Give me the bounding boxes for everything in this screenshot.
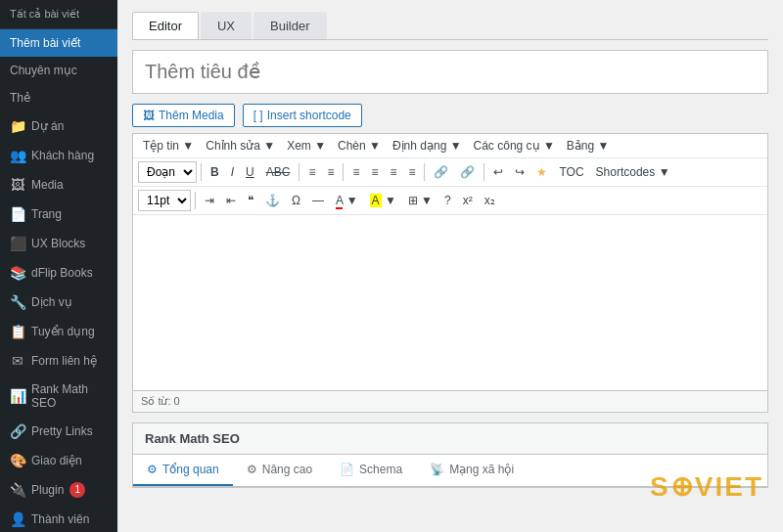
sidebar-label-rank-math-seo: Rank Math SEO xyxy=(31,382,108,410)
sep6 xyxy=(195,192,196,209)
menu-edit[interactable]: Chỉnh sửa ▼ xyxy=(201,137,280,155)
sidebar-item-rank-math-seo[interactable]: 📊Rank Math SEO xyxy=(0,376,117,417)
sidebar-item-trang[interactable]: 📄Trang xyxy=(0,200,117,229)
sidebar-item-dflip-books[interactable]: 📚dFlip Books xyxy=(0,258,117,288)
bg-color-button[interactable]: A ▼ xyxy=(365,192,401,209)
sidebar-label-khach-hang: Khách hàng xyxy=(31,149,94,162)
align-right-button[interactable]: ≡ xyxy=(385,163,401,181)
rankmath-tab-schema[interactable]: 📄Schema xyxy=(326,455,416,486)
align-justify-button[interactable]: ≡ xyxy=(403,163,420,181)
hr-button[interactable]: — xyxy=(307,192,329,209)
editor-area: EditorUXBuilder 🖼 Thêm Media [ ] Insert … xyxy=(117,0,783,532)
align-left-button[interactable]: ≡ xyxy=(347,163,364,181)
sidebar-icon-pretty-links: 🔗 xyxy=(10,423,25,439)
post-title-input[interactable] xyxy=(132,50,768,94)
italic-button[interactable]: I xyxy=(226,163,239,181)
sidebar-icon-thanh-vien: 👤 xyxy=(10,511,25,527)
rankmath-tab-mang-xa-hoi[interactable]: 📡Mạng xã hội xyxy=(416,455,528,486)
omega-button[interactable]: Ω xyxy=(287,192,305,209)
sidebar-icon-rank-math-seo: 📊 xyxy=(10,388,25,404)
rankmath-title: Rank Math SEO xyxy=(133,423,767,455)
table-insert-button[interactable]: ⊞ ▼ xyxy=(403,192,438,209)
rankmath-tab-label-schema: Schema xyxy=(359,463,402,476)
toc-button[interactable]: TOC xyxy=(554,163,588,181)
link-button[interactable]: 🔗 xyxy=(429,163,453,181)
add-media-button[interactable]: 🖼 Thêm Media xyxy=(132,104,235,127)
sidebar-item-media[interactable]: 🖼Media xyxy=(0,170,117,200)
sidebar-item-khach-hang[interactable]: 👥Khách hàng xyxy=(0,141,117,170)
menu-table[interactable]: Bảng ▼ xyxy=(562,137,615,155)
word-count: Số từ: 0 xyxy=(141,395,180,407)
shortcode-icon: [ ] xyxy=(253,109,263,122)
ordered-list-button[interactable]: ≡ xyxy=(322,163,339,181)
rankmath-tab-label-mang-xa-hoi: Mạng xã hội xyxy=(449,463,514,476)
indent-button[interactable]: ⇥ xyxy=(200,192,219,209)
sidebar-item-pretty-links[interactable]: 🔗Pretty Links xyxy=(0,417,117,446)
tab-ux[interactable]: UX xyxy=(201,12,252,39)
redo-button[interactable]: ↪ xyxy=(510,163,530,181)
badge-plugin: 1 xyxy=(69,482,85,498)
sidebar-item-tuyen-dung[interactable]: 📋Tuyển dụng xyxy=(0,317,117,346)
blockquote-button[interactable]: ❝ xyxy=(243,192,258,209)
menu-view[interactable]: Xem ▼ xyxy=(282,137,331,155)
menu-file[interactable]: Tệp tin ▼ xyxy=(138,137,199,155)
star-button[interactable]: ★ xyxy=(531,163,552,181)
sidebar-item-plugin[interactable]: 🔌Plugin1 xyxy=(0,475,117,505)
font-color-button[interactable]: A ▼ xyxy=(331,192,363,209)
bold-button[interactable]: B xyxy=(206,163,224,181)
tab-bar: EditorUXBuilder xyxy=(132,12,768,40)
superscript-button[interactable]: x² xyxy=(458,192,478,209)
outdent-button[interactable]: ⇤ xyxy=(221,192,241,209)
sidebar-item-giao-dien[interactable]: 🎨Giao diện xyxy=(0,446,117,475)
sidebar-label-media: Media xyxy=(31,178,64,192)
sidebar-label-giao-dien: Giao diện xyxy=(31,454,82,467)
sidebar-icon-media: 🖼 xyxy=(10,177,25,193)
font-size-select[interactable]: 11pt xyxy=(138,190,191,211)
menu-format[interactable]: Định dạng ▼ xyxy=(388,137,467,155)
sidebar-icon-plugin: 🔌 xyxy=(10,482,25,498)
tab-editor[interactable]: Editor xyxy=(132,12,199,39)
tab-builder[interactable]: Builder xyxy=(253,12,326,39)
sidebar-header-label: Tất cả bài viết xyxy=(10,8,79,20)
watermark: S⊕VIET xyxy=(650,470,763,503)
unordered-list-button[interactable]: ≡ xyxy=(303,163,320,181)
sidebar-item-thanh-vien[interactable]: 👤Thành viên xyxy=(0,505,117,532)
sep1 xyxy=(201,163,202,181)
menu-tools[interactable]: Các công cụ ▼ xyxy=(469,137,560,155)
sidebar: Tất cả bài viết Thêm bài viếtChuyên mụcT… xyxy=(0,0,117,532)
undo-button[interactable]: ↩ xyxy=(488,163,508,181)
anchor-button[interactable]: ⚓ xyxy=(260,192,285,209)
sidebar-item-ux-blocks[interactable]: ⬛UX Blocks xyxy=(0,229,117,258)
editor-content-area[interactable] xyxy=(132,215,768,391)
media-bar: 🖼 Thêm Media [ ] Insert shortcode xyxy=(132,104,768,127)
sidebar-label-dich-vu: Dịch vụ xyxy=(31,295,72,309)
sidebar-label-the: Thẻ xyxy=(10,91,30,105)
sidebar-item-du-an[interactable]: 📁Dự án xyxy=(0,111,117,141)
sidebar-item-form-lien-he[interactable]: ✉Form liên hệ xyxy=(0,346,117,376)
rankmath-tab-tong-quan[interactable]: ⚙Tổng quan xyxy=(133,455,233,486)
sidebar-item-dich-vu[interactable]: 🔧Dịch vụ xyxy=(0,288,117,317)
sidebar-icon-form-lien-he: ✉ xyxy=(10,353,25,369)
sidebar-icon-giao-dien: 🎨 xyxy=(10,453,25,468)
subscript-button[interactable]: x₂ xyxy=(480,192,500,209)
unlink-button[interactable]: 🔗 xyxy=(455,163,480,181)
menu-insert[interactable]: Chèn ▼ xyxy=(333,137,386,155)
strikethrough-button[interactable]: ABC xyxy=(261,163,296,181)
align-center-button[interactable]: ≡ xyxy=(366,163,383,181)
rankmath-tab-nang-cao[interactable]: ⚙Nâng cao xyxy=(233,455,326,486)
insert-shortcode-label: Insert shortcode xyxy=(267,109,351,122)
sidebar-item-chuyen-muc[interactable]: Chuyên mục xyxy=(0,57,117,84)
help-button[interactable]: ? xyxy=(439,192,456,209)
word-count-bar: Số từ: 0 xyxy=(132,391,768,413)
underline-button[interactable]: U xyxy=(241,163,259,181)
shortcodes-dropdown-button[interactable]: Shortcodes ▼ xyxy=(591,163,675,181)
sep4 xyxy=(424,163,425,181)
format-select[interactable]: Đoạn xyxy=(138,161,197,183)
sidebar-label-ux-blocks: UX Blocks xyxy=(31,237,85,250)
sidebar-item-the[interactable]: Thẻ xyxy=(0,84,117,111)
sidebar-icon-tuyen-dung: 📋 xyxy=(10,324,25,339)
sidebar-item-them-bai-viet[interactable]: Thêm bài viết xyxy=(0,29,117,57)
insert-shortcode-button[interactable]: [ ] Insert shortcode xyxy=(243,104,362,127)
rankmath-tab-icon-schema: 📄 xyxy=(340,463,354,476)
editor-toolbar: Tệp tin ▼Chỉnh sửa ▼Xem ▼Chèn ▼Định dạng… xyxy=(132,133,768,215)
